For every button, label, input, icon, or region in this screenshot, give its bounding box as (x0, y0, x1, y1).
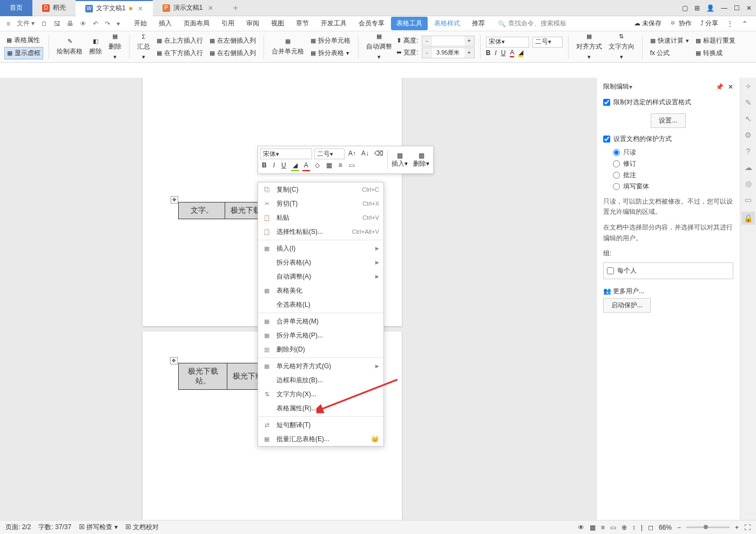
ctx-textdir[interactable]: ⇅文字方向(X)... (258, 387, 383, 401)
save-icon[interactable]: 🗋 (39, 18, 50, 29)
ctx-beautify[interactable]: ▦表格美化 (258, 283, 383, 298)
ctx-border[interactable]: 边框和底纹(B)... (258, 373, 383, 387)
sb-select-icon[interactable]: ↖ (745, 114, 752, 123)
italic-button[interactable]: I (495, 49, 496, 57)
view-outline-icon[interactable]: ≡ (601, 524, 605, 531)
height-stepper[interactable]: -+ (422, 36, 475, 46)
delete-button[interactable]: ▦删除▾ (106, 32, 124, 62)
protect-method-checkbox[interactable]: 设置文档的保护方式 (603, 134, 733, 144)
mt-highlight[interactable]: ◢ (291, 160, 299, 171)
pin-icon[interactable]: 📌 (716, 83, 724, 91)
ctx-batch[interactable]: ▦批量汇总表格(E)... 👑 (258, 432, 383, 446)
size-select[interactable]: 二号 ▾ (532, 37, 563, 48)
radio-form[interactable]: 填写窗体 (613, 182, 733, 191)
share-button[interactable]: ⤴ 分享 (700, 19, 718, 28)
status-page[interactable]: 页面: 2/2 (5, 523, 31, 532)
ctx-cut[interactable]: ✂剪切(T)Ctrl+X (258, 197, 383, 211)
settings-button[interactable]: 设置... (651, 113, 685, 128)
font-select[interactable]: 宋体 ▾ (486, 37, 529, 48)
zoom-value[interactable]: 66% (659, 524, 672, 531)
sb-device-icon[interactable]: ▭ (745, 195, 752, 204)
menu-chapter[interactable]: 章节 (291, 17, 314, 30)
new-tab[interactable]: + (223, 0, 247, 16)
limit-styles-checkbox[interactable]: 限制对选定的样式设置格式 (603, 98, 733, 107)
menu-tabletools[interactable]: 表格工具 (391, 17, 428, 30)
titlerow-button[interactable]: ▦ 标题行重复 (693, 35, 738, 46)
menu-start[interactable]: 开始 (129, 17, 152, 30)
maximize-icon[interactable]: ☐ (734, 4, 740, 12)
menu-page[interactable]: 页面布局 (178, 17, 215, 30)
draw-table-button[interactable]: ✎绘制表格 (55, 37, 85, 57)
highlight-button[interactable]: ◢ (518, 49, 523, 57)
menu-insert[interactable]: 插入 (153, 17, 177, 30)
status-spell[interactable]: ☒ 拼写检查 ▾ (79, 523, 118, 532)
file-menu[interactable]: 文件 ▾ (15, 17, 37, 30)
mt-size-select[interactable]: 二号 ▾ (314, 148, 345, 159)
sb-lock-icon[interactable]: 🔒 (741, 212, 755, 225)
tab-shell[interactable]: D稻壳 (32, 0, 76, 16)
fullscreen-icon[interactable]: ⛶ (744, 524, 751, 531)
menu-view[interactable]: 视图 (266, 17, 289, 30)
menu-member[interactable]: 会员专享 (353, 17, 390, 30)
mt-fill[interactable]: ◇ (313, 160, 321, 171)
ctx-insert[interactable]: ▦插入(I)▶ (258, 241, 383, 255)
grow-font-icon[interactable]: A↑ (347, 148, 357, 159)
ctx-table-props[interactable]: 表格属性(R)... (258, 401, 383, 415)
menu-review[interactable]: 审阅 (241, 17, 265, 30)
erase-button[interactable]: ◧擦除 (87, 37, 104, 57)
ctx-split-cell[interactable]: ▦拆分单元格(P)... (258, 328, 383, 342)
show-border-button[interactable]: ▦ 显示虚框 (4, 47, 43, 59)
avatar[interactable]: 👤 (706, 4, 714, 12)
ctx-select-all[interactable]: 全选表格(L) (258, 298, 383, 312)
fit-icon[interactable]: ◻ (648, 524, 653, 531)
insert-left-button[interactable]: ▦ 在左侧插入列 (207, 35, 258, 46)
split-table-button[interactable]: ▦ 拆分表格 ▾ (308, 48, 353, 59)
zoom-in[interactable]: + (735, 524, 739, 531)
view-focus-icon[interactable]: ↕ (632, 524, 636, 531)
window-mode-icon[interactable]: ▢ (682, 4, 688, 12)
bold-button[interactable]: B (486, 49, 491, 57)
mt-merge[interactable]: ▭ (347, 160, 356, 171)
split-cell-button[interactable]: ▦ 拆分单元格 (308, 35, 353, 46)
close-window-icon[interactable]: ✕ (746, 4, 752, 12)
menu-icon[interactable]: ≡ (4, 18, 12, 29)
menu-ref[interactable]: 引用 (216, 17, 240, 30)
view-print-icon[interactable]: ▦ (590, 524, 596, 531)
radio-readonly[interactable]: 只读 (613, 148, 733, 157)
sb-pen-icon[interactable]: ✎ (745, 98, 752, 107)
insert-below-button[interactable]: ▦ 在下方插入行 (154, 48, 205, 59)
more-users-link[interactable]: 👥 更多用户... (603, 287, 644, 295)
table-move-handle[interactable]: ✥ (171, 196, 178, 204)
redo-icon[interactable]: ↷ (103, 18, 112, 29)
mt-align[interactable]: ≡ (337, 160, 344, 171)
insert-above-button[interactable]: ▦ 在上方插入行 (154, 35, 205, 46)
mt-delete[interactable]: ▦删除▾ (411, 151, 431, 170)
mt-insert[interactable]: ▦插入▾ (390, 151, 409, 170)
radio-revision[interactable]: 修订 (613, 159, 733, 168)
ctx-translate[interactable]: ⇄短句翻译(T) (258, 418, 383, 432)
sb-help-icon[interactable]: ? (746, 147, 751, 156)
table-props-button[interactable]: ▦ 表格属性 (4, 35, 43, 46)
clear-format-icon[interactable]: ⌫ (373, 148, 385, 159)
more-menu[interactable]: ⋮ (727, 20, 733, 28)
status-words[interactable]: 字数: 37/37 (38, 523, 71, 532)
underline-button[interactable]: U (501, 49, 506, 57)
formula-button[interactable]: fx 公式 (648, 48, 691, 59)
table-move-handle[interactable]: ✥ (170, 357, 178, 364)
tab-doc1[interactable]: W文字文稿1✕ (76, 0, 153, 16)
sb-settings-icon[interactable]: ⚙ (745, 131, 752, 139)
textdir-button[interactable]: ⇅文字方向▾ (606, 32, 637, 62)
collab-button[interactable]: ఠ 协作 (670, 19, 691, 28)
ctx-copy[interactable]: ⿻复制(C)Ctrl+C (258, 182, 383, 197)
ctx-delete-col[interactable]: ▥删除列(D) (258, 342, 383, 356)
menu-tablestyle[interactable]: 表格样式 (429, 17, 465, 30)
view-read-icon[interactable]: ▭ (610, 524, 616, 531)
tab-doc2[interactable]: P演示文稿1✕ (153, 0, 224, 16)
save2-icon[interactable]: 🖫 (52, 18, 63, 29)
mt-underline[interactable]: U (280, 160, 288, 171)
close-icon[interactable]: ✕ (138, 5, 143, 12)
autofit-button[interactable]: ▦自动调整▾ (364, 32, 394, 62)
merge-button[interactable]: ▦合并单元格 (269, 37, 306, 57)
mt-font-select[interactable]: 宋体 ▾ (260, 148, 312, 159)
view-web-icon[interactable]: ⊕ (622, 524, 627, 531)
